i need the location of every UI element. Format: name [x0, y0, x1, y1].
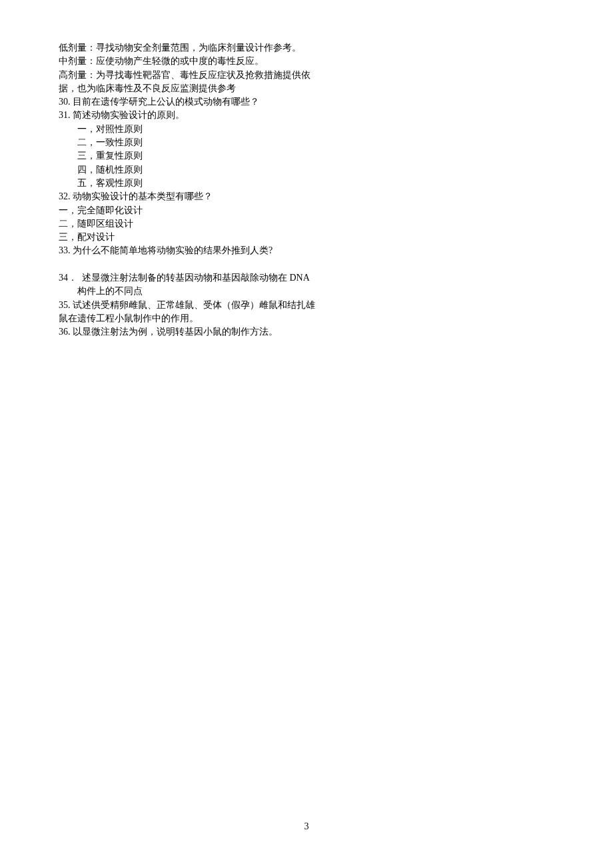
text-line: 鼠在遗传工程小鼠制作中的作用。: [59, 312, 554, 325]
question-36: 36. 以显微注射法为例，说明转基因小鼠的制作方法。: [59, 325, 554, 339]
text-line: 高剂量：为寻找毒性靶器官、毒性反应症状及抢救措施提供依: [59, 69, 554, 82]
list-item: 四，随机性原则: [59, 163, 554, 177]
text-line: 低剂量：寻找动物安全剂量范围，为临床剂量设计作参考。: [59, 41, 554, 55]
text-line: 据，也为临床毒性及不良反应监测提供参考: [59, 82, 554, 95]
question-35: 35. 试述供受精卵雌鼠、正常雄鼠、受体（假孕）雌鼠和结扎雄: [59, 299, 554, 312]
list-item: 三，配对设计: [59, 231, 554, 244]
list-item: 三，重复性原则: [59, 149, 554, 163]
list-item: 二，一致性原则: [59, 136, 554, 149]
question-31: 31. 简述动物实验设计的原则。: [59, 109, 554, 122]
list-item: 二，随即区组设计: [59, 217, 554, 231]
question-30: 30. 目前在遗传学研究上公认的模式动物有哪些？: [59, 95, 554, 109]
list-item: 一，完全随即化设计: [59, 204, 554, 217]
page-number: 3: [0, 820, 613, 833]
blank-line: [59, 258, 554, 271]
question-32: 32. 动物实验设计的基本类型有哪些？: [59, 190, 554, 203]
list-item: 一，对照性原则: [59, 123, 554, 136]
text-line: 中剂量：应使动物产生轻微的或中度的毒性反应。: [59, 55, 554, 68]
question-33: 33. 为什么不能简单地将动物实验的结果外推到人类?: [59, 244, 554, 257]
text-line: 构件上的不同点: [59, 285, 554, 298]
document-page: 低剂量：寻找动物安全剂量范围，为临床剂量设计作参考。 中剂量：应使动物产生轻微的…: [0, 0, 613, 339]
list-item: 五，客观性原则: [59, 177, 554, 190]
question-34: 34． 述显微注射法制备的转基因动物和基因敲除动物在 DNA: [59, 271, 554, 285]
